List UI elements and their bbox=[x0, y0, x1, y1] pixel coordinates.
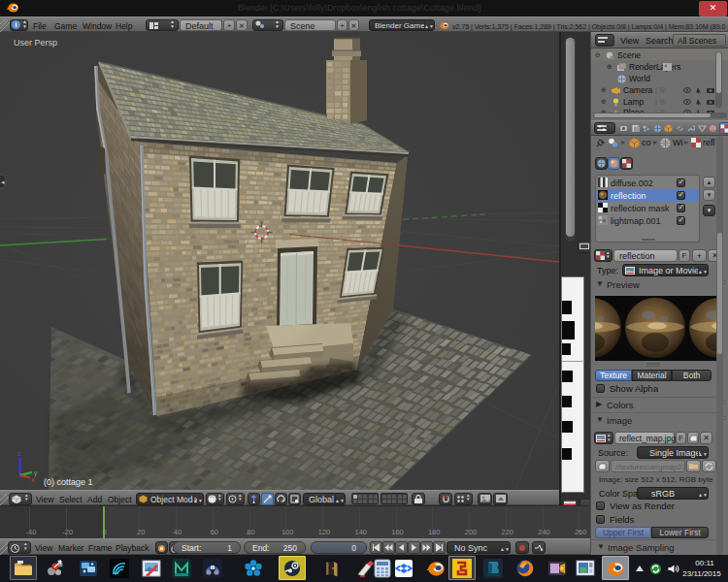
svg-text:x: x bbox=[31, 476, 35, 483]
svg-text:◂: ◂ bbox=[1, 178, 5, 185]
svg-text:y: y bbox=[34, 469, 38, 477]
svg-text:(0) cottage 1: (0) cottage 1 bbox=[44, 477, 93, 487]
svg-text:z: z bbox=[17, 450, 21, 457]
svg-text:User Persp: User Persp bbox=[14, 38, 57, 48]
